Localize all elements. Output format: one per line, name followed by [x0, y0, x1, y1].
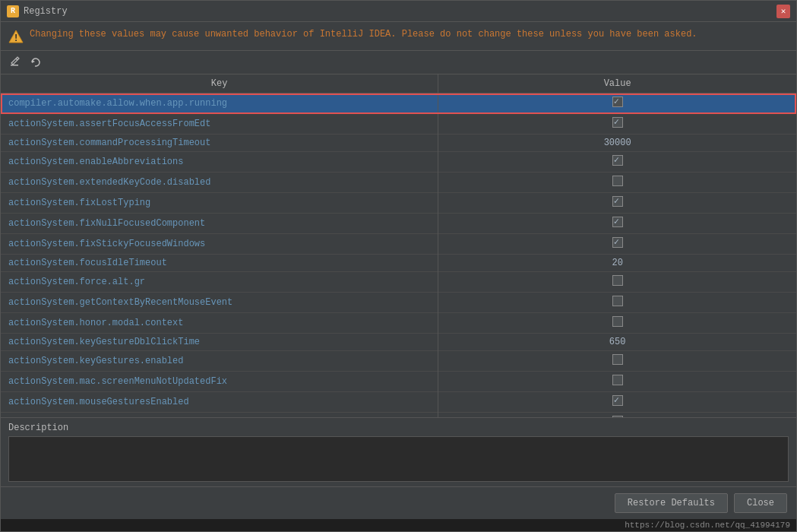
svg-text:!: !: [13, 33, 18, 44]
value-cell: [438, 214, 796, 234]
url-bar: https://blog.csdn.net/qq_41994179: [1, 519, 796, 531]
table-row[interactable]: actionSystem.focusIdleTimeout20: [1, 255, 796, 272]
value-cell: [438, 272, 796, 293]
checkbox-checked-icon: [612, 416, 623, 417]
col-value-header: Value: [438, 74, 796, 93]
title-bar: R Registry ✕: [1, 1, 796, 22]
checkbox-checked-icon: [612, 237, 623, 248]
checkbox-unchecked-icon: [612, 375, 623, 385]
key-cell: actionSystem.fixStickyFocusedWindows: [1, 234, 438, 255]
value-cell: [438, 372, 796, 392]
table-row[interactable]: actionSystem.extendedKeyCode.disabled: [1, 173, 796, 193]
edit-button[interactable]: [7, 54, 24, 71]
key-cell: actionSystem.commandProcessingTimeout: [1, 135, 438, 152]
key-cell: actionSystem.keyGestureDblClickTime: [1, 334, 438, 351]
registry-table: Key Value compiler.automake.allow.when.a…: [1, 74, 796, 417]
value-cell: [438, 313, 796, 334]
table-row[interactable]: actionSystem.mouseGesturesEnabled: [1, 392, 796, 413]
toolbar: [1, 51, 796, 74]
dialog-title: Registry: [24, 6, 68, 17]
value-cell: [438, 351, 796, 372]
footer: Restore Defaults Close: [1, 486, 796, 519]
value-cell: 20: [438, 255, 796, 272]
checkbox-unchecked-icon: [612, 316, 623, 327]
value-cell: [438, 93, 796, 114]
reset-icon: [29, 56, 41, 68]
checkbox-unchecked-icon: [612, 176, 623, 186]
key-cell: actionSystem.extendedKeyCode.disabled: [1, 173, 438, 193]
value-cell: [438, 293, 796, 313]
value-cell: 650: [438, 334, 796, 351]
svg-marker-3: [11, 57, 19, 65]
svg-line-4: [16, 59, 17, 60]
url-text: https://blog.csdn.net/qq_41994179: [625, 521, 790, 530]
checkbox-unchecked-icon: [612, 296, 623, 306]
description-section: Description: [1, 417, 796, 486]
warning-icon: !: [8, 29, 24, 44]
checkbox-checked-icon: [612, 217, 623, 227]
key-cell: actionSystem.getContextByRecentMouseEven…: [1, 293, 438, 313]
key-cell: actionSystem.honor.modal.context: [1, 313, 438, 334]
table-row[interactable]: actionSystem.mac.screenMenuNotUpdatedFix: [1, 372, 796, 392]
svg-marker-5: [32, 60, 35, 63]
key-cell: actionSystem.keyGestures.enabled: [1, 351, 438, 372]
key-cell: actionSystem.focusIdleTimeout: [1, 255, 438, 272]
key-cell: actionSystem.enableAbbreviations: [1, 152, 438, 173]
registry-icon: R: [7, 5, 19, 17]
checkbox-checked-icon: [612, 155, 623, 166]
table-row[interactable]: compiler.automake.allow.when.app.running: [1, 93, 796, 114]
key-cell: actionSystem.fixLostTyping: [1, 193, 438, 214]
warning-bar: ! Changing these values may cause unwant…: [1, 22, 796, 51]
value-cell: [438, 234, 796, 255]
description-label: Description: [8, 423, 68, 433]
title-bar-left: R Registry: [7, 5, 68, 17]
close-button[interactable]: ✕: [776, 5, 790, 18]
checkbox-checked-icon: [612, 97, 623, 107]
checkbox-unchecked-icon: [612, 275, 623, 286]
table-row[interactable]: actionSystem.honor.modal.context: [1, 313, 796, 334]
table-row[interactable]: actionSystem.commandProcessingTimeout300…: [1, 135, 796, 152]
registry-dialog: R Registry ✕ ! Changing these values may…: [0, 0, 797, 532]
checkbox-checked-icon: [612, 117, 623, 128]
description-area: [8, 436, 789, 482]
table-row[interactable]: actionSystem.enableAbbreviations: [1, 152, 796, 173]
svg-rect-2: [11, 65, 18, 66]
table-row[interactable]: actionSystem.assertFocusAccessFromEdt: [1, 114, 796, 135]
value-cell: [438, 152, 796, 173]
key-cell: actionSystem.mouseGesturesEnabled: [1, 392, 438, 413]
table-row[interactable]: actionSystem.fixLostTyping: [1, 193, 796, 214]
key-cell: actionSystem.mac.screenMenuNotUpdatedFix: [1, 372, 438, 392]
table-row[interactable]: actionSystem.force.alt.gr: [1, 272, 796, 293]
restore-defaults-button[interactable]: Restore Defaults: [615, 493, 728, 513]
checkbox-unchecked-icon: [612, 354, 623, 365]
col-key-header: Key: [1, 74, 438, 93]
key-cell: actionSystem.force.alt.gr: [1, 272, 438, 293]
key-cell: actionSystem.assertFocusAccessFromEdt: [1, 114, 438, 135]
table-row[interactable]: actionSystem.fixNullFocusedComponent: [1, 214, 796, 234]
table-row[interactable]: actionSystem.fixStickyFocusedWindows: [1, 234, 796, 255]
registry-table-container[interactable]: Key Value compiler.automake.allow.when.a…: [1, 74, 796, 417]
checkbox-checked-icon: [612, 395, 623, 406]
key-cell: actionSystem.fixNullFocusedComponent: [1, 214, 438, 234]
edit-icon: [9, 56, 21, 68]
table-row[interactable]: actionSystem.keyGestureDblClickTime650: [1, 334, 796, 351]
key-cell: compiler.automake.allow.when.app.running: [1, 93, 438, 114]
table-row[interactable]: actionSystem.getContextByRecentMouseEven…: [1, 293, 796, 313]
value-cell: [438, 173, 796, 193]
close-dialog-button[interactable]: Close: [734, 493, 787, 513]
value-cell: [438, 114, 796, 135]
value-cell: [438, 392, 796, 413]
value-cell: 30000: [438, 135, 796, 152]
table-row[interactable]: actionSystem.keyGestures.enabled: [1, 351, 796, 372]
reset-button[interactable]: [27, 54, 43, 71]
warning-text: Changing these values may cause unwanted…: [30, 28, 697, 41]
checkbox-checked-icon: [612, 196, 623, 207]
value-cell: [438, 193, 796, 214]
